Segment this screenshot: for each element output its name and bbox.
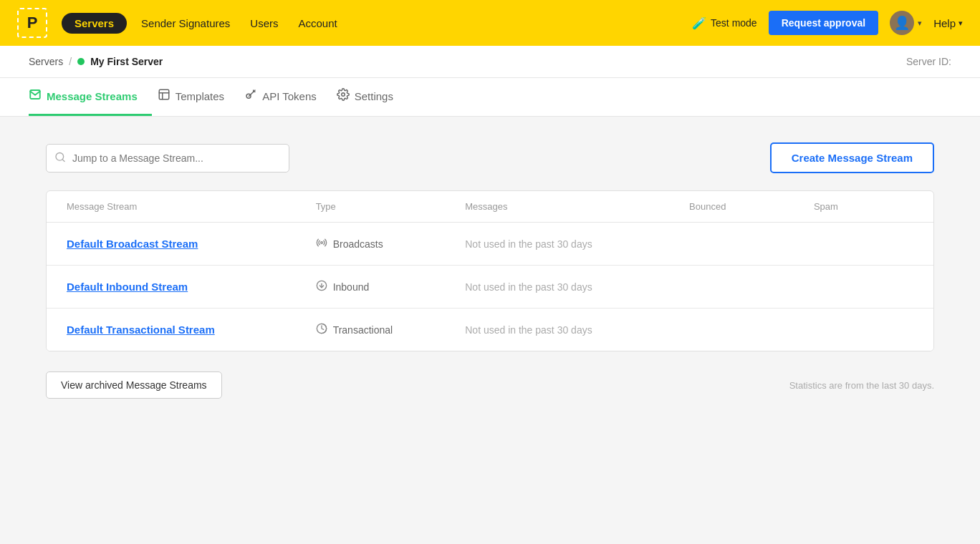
tab-templates[interactable]: Templates: [158, 78, 239, 116]
tab-settings[interactable]: Settings: [337, 78, 408, 116]
broadcast-stream-link[interactable]: Default Broadcast Stream: [67, 238, 316, 250]
tab-api-tokens[interactable]: API Tokens: [244, 78, 331, 116]
breadcrumb-server-row: Servers / My First Server Server ID:: [0, 46, 980, 78]
logo-box[interactable]: P: [17, 8, 47, 38]
server-dot-icon: [77, 58, 85, 65]
inbound-type-cell: Inbound: [316, 280, 466, 293]
inbound-type-label: Inbound: [333, 281, 370, 293]
broadcast-type-label: Broadcasts: [333, 238, 383, 250]
bottom-row: View archived Message Streams Statistics…: [46, 371, 934, 399]
svg-point-5: [341, 93, 345, 97]
svg-rect-0: [159, 89, 169, 99]
flask-icon: 🧪: [692, 16, 706, 30]
avatar-caret-icon: ▾: [918, 19, 922, 28]
request-approval-button[interactable]: Request approval: [769, 11, 878, 35]
table-row: Default Transactional Stream Transaction…: [47, 309, 933, 351]
col-header-spam: Spam: [814, 201, 913, 212]
col-header-messages: Messages: [465, 201, 689, 212]
servers-pill[interactable]: Servers: [62, 13, 127, 34]
broadcast-type-cell: Broadcasts: [316, 237, 466, 251]
transactional-type-cell: Transactional: [316, 323, 466, 336]
col-header-bounced: Bounced: [689, 201, 814, 212]
sender-signatures-link[interactable]: Sender Signatures: [141, 17, 230, 29]
transactional-type-icon: [316, 323, 327, 336]
page-body: Create Message Stream Message Stream Typ…: [17, 117, 963, 427]
nav-links: Sender Signatures Users Account: [141, 17, 678, 29]
templates-icon: [158, 88, 170, 104]
avatar-area[interactable]: 👤 ▾: [890, 11, 922, 35]
search-icon: [54, 151, 66, 165]
table-header: Message Stream Type Messages Bounced Spa…: [47, 191, 933, 223]
streams-table: Message Stream Type Messages Bounced Spa…: [46, 190, 934, 351]
search-create-row: Create Message Stream: [46, 142, 934, 173]
view-archived-button[interactable]: View archived Message Streams: [46, 371, 222, 399]
inbound-type-icon: [316, 280, 327, 293]
message-streams-icon: [29, 88, 42, 104]
avatar: 👤: [890, 11, 914, 35]
tab-message-streams[interactable]: Message Streams: [29, 78, 152, 116]
servers-breadcrumb-link[interactable]: Servers: [29, 56, 63, 67]
broadcast-type-icon: [316, 237, 327, 251]
search-input[interactable]: [46, 144, 289, 173]
table-row: Default Broadcast Stream Broadcasts Not …: [47, 223, 933, 266]
inbound-stream-link[interactable]: Default Inbound Stream: [67, 281, 316, 293]
col-header-stream: Message Stream: [67, 201, 316, 212]
nav-right: 🧪 Test mode Request approval 👤 ▾ Help ▾: [692, 11, 963, 35]
inbound-usage: Not used in the past 30 days: [465, 281, 689, 293]
search-box: [46, 144, 289, 173]
svg-line-7: [62, 159, 64, 161]
sub-nav: Message Streams Templates API Tokens Set…: [0, 78, 980, 117]
server-id-label: Server ID:: [906, 56, 951, 67]
create-message-stream-button[interactable]: Create Message Stream: [770, 142, 934, 173]
broadcast-usage: Not used in the past 30 days: [465, 238, 689, 250]
svg-line-2: [249, 90, 256, 97]
table-row: Default Inbound Stream Inbound Not used …: [47, 266, 933, 309]
settings-icon: [337, 88, 350, 104]
stats-note: Statistics are from the last 30 days.: [789, 380, 934, 391]
api-tokens-icon: [244, 88, 257, 104]
server-id-area: Server ID:: [906, 56, 951, 77]
transactional-usage: Not used in the past 30 days: [465, 324, 689, 336]
users-link[interactable]: Users: [250, 17, 278, 29]
help-button[interactable]: Help ▾: [933, 17, 963, 29]
svg-point-8: [320, 242, 322, 244]
test-mode-button[interactable]: 🧪 Test mode: [692, 16, 757, 30]
col-header-type: Type: [316, 201, 466, 212]
transactional-stream-link[interactable]: Default Transactional Stream: [67, 324, 316, 336]
transactional-type-label: Transactional: [333, 324, 393, 336]
account-link[interactable]: Account: [298, 17, 337, 29]
top-nav: P Servers Sender Signatures Users Accoun…: [0, 0, 980, 46]
logo-letter: P: [27, 14, 38, 32]
help-caret-icon: ▾: [959, 19, 963, 28]
current-server-label: My First Server: [90, 56, 163, 67]
breadcrumb-separator: /: [69, 56, 72, 67]
breadcrumb: Servers / My First Server: [29, 56, 163, 77]
